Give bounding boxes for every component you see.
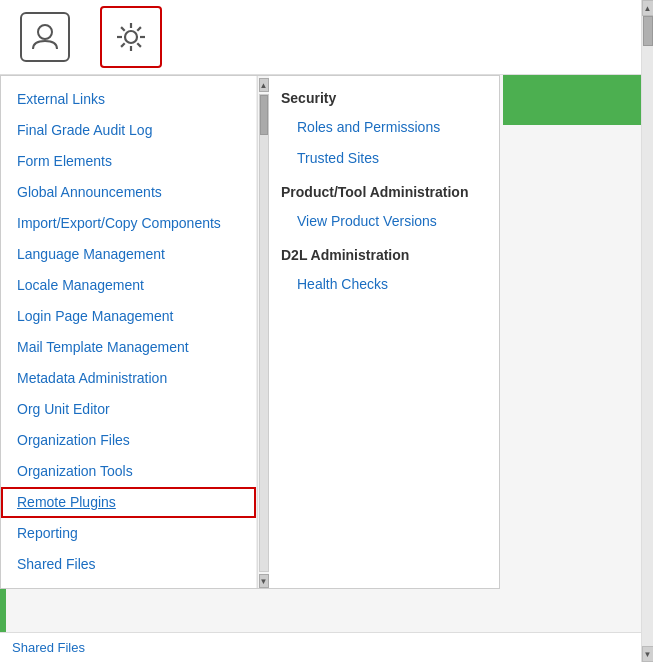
left-menu-item[interactable]: Remote Plugins xyxy=(1,487,256,518)
svg-point-1 xyxy=(125,31,137,43)
page-scrollbar[interactable]: ▲ ▼ xyxy=(641,0,653,662)
page-scroll-up-btn[interactable]: ▲ xyxy=(642,0,654,16)
panel-scrollbar[interactable]: ▲ ▼ xyxy=(257,76,269,588)
left-menu-item[interactable]: Final Grade Audit Log xyxy=(1,115,256,146)
left-menu-item[interactable]: Metadata Administration xyxy=(1,363,256,394)
left-menu-item[interactable]: Global Announcements xyxy=(1,177,256,208)
top-bar xyxy=(0,0,653,75)
green-accent-bar xyxy=(503,75,653,125)
left-menu-item[interactable]: Login Page Management xyxy=(1,301,256,332)
left-menu-item[interactable]: Shared Files xyxy=(1,549,256,580)
bottom-bar: Shared Files xyxy=(0,632,653,662)
shared-files-link[interactable]: Shared Files xyxy=(12,640,85,655)
svg-line-6 xyxy=(121,27,125,31)
section-header: Security xyxy=(281,84,487,112)
left-menu-column: External LinksFinal Grade Audit LogForm … xyxy=(1,76,257,588)
settings-gear-button[interactable] xyxy=(100,6,162,68)
scroll-up-btn[interactable]: ▲ xyxy=(259,78,269,92)
scroll-track xyxy=(259,94,269,572)
left-menu-item[interactable]: Form Elements xyxy=(1,146,256,177)
gear-icon xyxy=(113,19,149,55)
section-header: D2L Administration xyxy=(281,237,487,269)
page-scroll-thumb[interactable] xyxy=(643,16,653,46)
left-menu-item[interactable]: Locale Management xyxy=(1,270,256,301)
user-profile-button[interactable] xyxy=(20,12,70,62)
left-menu-item[interactable]: Import/Export/Copy Components xyxy=(1,208,256,239)
page-scroll-down-btn[interactable]: ▼ xyxy=(642,646,654,662)
scroll-down-btn[interactable]: ▼ xyxy=(259,574,269,588)
scroll-thumb[interactable] xyxy=(260,95,268,135)
svg-line-7 xyxy=(137,43,141,47)
svg-line-9 xyxy=(121,43,125,47)
left-menu-item[interactable]: Reporting xyxy=(1,518,256,549)
right-menu-item[interactable]: Trusted Sites xyxy=(281,143,487,174)
left-menu-item[interactable]: Organization Files xyxy=(1,425,256,456)
section-header: Product/Tool Administration xyxy=(281,174,487,206)
right-menu-column: SecurityRoles and PermissionsTrusted Sit… xyxy=(269,76,499,588)
left-menu-item[interactable]: External Links xyxy=(1,84,256,115)
page-scroll-track xyxy=(642,16,654,646)
right-menu-item[interactable]: Health Checks xyxy=(281,269,487,300)
left-menu-item[interactable]: Mail Template Management xyxy=(1,332,256,363)
right-menu-item[interactable]: Roles and Permissions xyxy=(281,112,487,143)
svg-point-0 xyxy=(38,25,52,39)
right-menu-item[interactable]: View Product Versions xyxy=(281,206,487,237)
settings-dropdown: External LinksFinal Grade Audit LogForm … xyxy=(0,75,500,589)
left-menu-item[interactable]: Org Unit Editor xyxy=(1,394,256,425)
left-menu-item[interactable]: Language Management xyxy=(1,239,256,270)
user-icon xyxy=(29,21,61,53)
svg-line-8 xyxy=(137,27,141,31)
left-menu-item[interactable]: Organization Tools xyxy=(1,456,256,487)
